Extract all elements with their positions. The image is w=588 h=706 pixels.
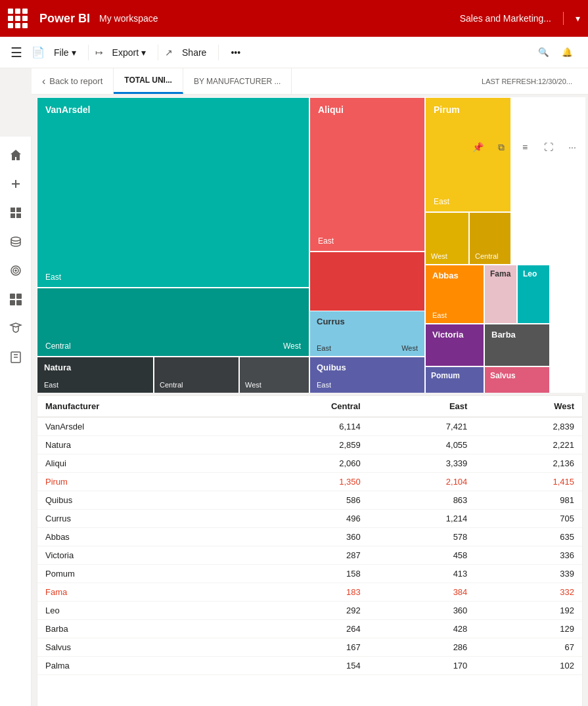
svg-point-4 (11, 237, 20, 241)
col-central: Central (238, 396, 369, 417)
main-content: 📌 ⧉ ≡ ⛶ ··· ‹ Back to report TOTAL UNI..… (32, 68, 588, 706)
sidebar-item-home[interactable] (3, 142, 29, 168)
back-label: Back to report (49, 76, 102, 86)
search-button[interactable]: 🔍 (533, 42, 554, 63)
cell-pirum-central[interactable]: Central (469, 212, 511, 265)
svg-rect-8 (10, 294, 15, 299)
export-arrow-icon: ↦ (95, 47, 103, 58)
cell-central: 1,350 (238, 473, 369, 491)
tab1-label: TOTAL UNI... (124, 76, 172, 85)
cell-natura-central[interactable]: Central (154, 357, 239, 393)
cell-west: 102 (475, 657, 582, 675)
cell-central: 292 (238, 602, 369, 620)
cell-manufacturer: Aliqui (37, 454, 238, 473)
svg-rect-1 (16, 208, 21, 212)
search-icon: 🔍 (538, 47, 549, 57)
cell-leo[interactable]: Leo (517, 265, 550, 324)
cell-east: 286 (369, 638, 476, 657)
cell-west: 635 (475, 528, 582, 546)
top-bar: Power BI My workspace Sales and Marketin… (0, 0, 588, 37)
cell-east: 413 (369, 565, 476, 583)
cell-vanarsdel-central[interactable]: Central West (37, 288, 309, 357)
export-chevron-icon: ▾ (141, 47, 146, 58)
hamburger-icon[interactable]: ☰ (11, 45, 22, 60)
sidebar-item-book[interactable] (3, 344, 29, 370)
notification-button[interactable]: 🔔 (556, 42, 577, 63)
table-row: Pirum 1,350 2,104 1,415 (37, 473, 582, 491)
share-button[interactable]: Share (177, 45, 212, 60)
cell-west: 705 (475, 510, 582, 528)
tab-by-manufacturer[interactable]: BY MANUFACTURER ... (183, 68, 292, 94)
cell-west: 1,415 (475, 473, 582, 491)
focus-button[interactable]: ⛶ (538, 137, 559, 158)
toolbar: ☰ 📄 File ▾ ↦ Export ▾ ↗ Share ••• 🔍 🔔 (0, 37, 588, 68)
sidebar-item-apps[interactable] (3, 286, 29, 313)
cell-fama[interactable]: Fama (484, 265, 517, 324)
cell-aliqui[interactable]: Aliqui East (309, 97, 425, 252)
table-row: VanArsdel 6,114 7,421 2,839 (37, 417, 582, 436)
cell-central: 154 (238, 657, 369, 675)
cell-victoria[interactable]: Victoria (425, 324, 484, 366)
export-label: Export (112, 47, 139, 58)
cell-west: 2,221 (475, 436, 582, 454)
table-row: Abbas 360 578 635 (37, 528, 582, 546)
svg-rect-0 (11, 208, 15, 212)
cell-west: 2,136 (475, 454, 582, 473)
more-tab-button[interactable]: ··· (562, 137, 583, 158)
table-row: Fama 183 384 332 (37, 583, 582, 602)
copy-button[interactable]: ⧉ (491, 137, 512, 158)
table-row: Palma 154 170 102 (37, 657, 582, 675)
cell-pomum[interactable]: Pomum (425, 366, 484, 393)
pin-button[interactable]: 📌 (467, 137, 488, 158)
cell-natura-east[interactable]: Natura East (37, 357, 154, 393)
cell-central: 586 (238, 491, 369, 510)
report-title: Sales and Marketing... (460, 13, 551, 24)
toolbar-separator-1 (88, 45, 89, 60)
cell-abbas[interactable]: Abbas East (425, 265, 484, 324)
file-button[interactable]: File ▾ (49, 45, 81, 60)
filter-button[interactable]: ≡ (514, 137, 535, 158)
cell-west: 336 (475, 546, 582, 565)
cell-central: 167 (238, 638, 369, 657)
table-row: Quibus 586 863 981 (37, 491, 582, 510)
cell-manufacturer: Fama (37, 583, 238, 602)
cell-barba[interactable]: Barba (484, 324, 550, 366)
share-icon: ↗ (165, 47, 173, 58)
data-table-container: Manufacturer Central East West VanArsdel… (37, 395, 583, 706)
cell-natura-west[interactable]: West (239, 357, 309, 393)
svg-rect-2 (11, 213, 15, 218)
col-west: West (475, 396, 582, 417)
cell-currus[interactable]: Currus East West (309, 311, 425, 357)
tab2-label: BY MANUFACTURER ... (194, 77, 281, 86)
toolbar-separator-3 (218, 45, 219, 60)
cell-central: 2,060 (238, 454, 369, 473)
tab-total-units[interactable]: TOTAL UNI... (114, 68, 183, 94)
cell-west: 332 (475, 583, 582, 602)
sidebar-item-goals[interactable] (3, 257, 29, 284)
cell-west: 192 (475, 602, 582, 620)
workspace-label[interactable]: My workspace (99, 13, 158, 24)
cell-manufacturer: Pirum (37, 473, 238, 491)
cell-central: 496 (238, 510, 369, 528)
cell-salvus[interactable]: Salvus (484, 366, 550, 393)
cell-manufacturer: VanArsdel (37, 417, 238, 436)
more-icon: ••• (231, 47, 240, 58)
sidebar-item-learn[interactable] (3, 315, 29, 342)
cell-west: 67 (475, 638, 582, 657)
cell-quibus[interactable]: Quibus East (309, 357, 425, 393)
sidebar-item-data[interactable] (3, 229, 29, 255)
more-options-button[interactable]: ••• (225, 45, 246, 60)
back-to-report-tab[interactable]: ‹ Back to report (32, 68, 114, 94)
table-row: Aliqui 2,060 3,339 2,136 (37, 454, 582, 473)
cell-vanarsdel-east[interactable]: VanArsdel East (37, 97, 309, 288)
cell-east: 2,104 (369, 473, 476, 491)
export-button[interactable]: Export ▾ (107, 45, 151, 60)
chevron-down-icon[interactable]: ▾ (576, 13, 580, 24)
file-chevron-icon: ▾ (72, 47, 76, 58)
notification-icon: 🔔 (562, 47, 573, 57)
sidebar-item-browse[interactable] (3, 200, 29, 226)
table-row: Leo 292 360 192 (37, 602, 582, 620)
sidebar-item-create[interactable] (3, 171, 29, 197)
toolbar-separator-2 (158, 45, 158, 60)
cell-pirum-west[interactable]: West (425, 212, 469, 265)
